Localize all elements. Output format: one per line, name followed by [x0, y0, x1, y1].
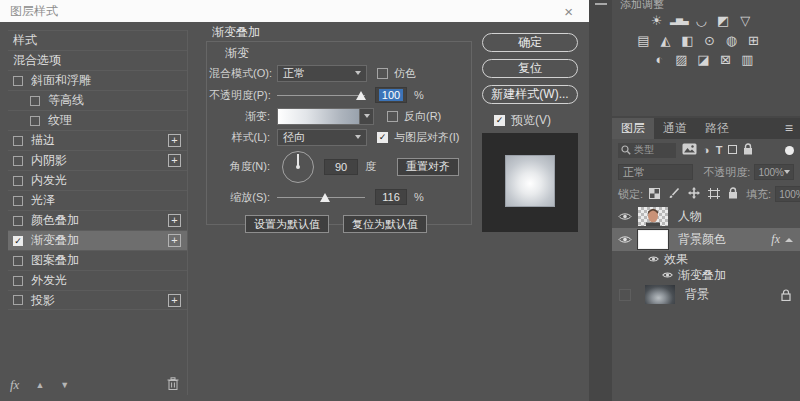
preview-checkbox[interactable]: ✓	[494, 115, 505, 126]
sidebar-item-outer-glow[interactable]: 外发光	[8, 270, 187, 290]
contour-checkbox[interactable]	[30, 96, 40, 106]
angle-dial[interactable]	[282, 151, 314, 183]
threshold-icon[interactable]: ◪	[695, 52, 712, 67]
opacity-input[interactable]: 100	[375, 87, 407, 103]
layer-row-gradient-overlay-effect[interactable]: 渐变叠加	[612, 267, 800, 283]
bevel-emboss-checkbox[interactable]	[13, 76, 23, 86]
sidebar-item-bevel-emboss[interactable]: 斜面和浮雕	[8, 70, 187, 90]
layer-row-effects[interactable]: 效果	[612, 251, 800, 267]
inner-glow-checkbox[interactable]	[13, 176, 23, 186]
ok-button[interactable]: 确定	[482, 33, 578, 52]
layer-thumbnail-person[interactable]	[638, 207, 668, 226]
layer-row-background[interactable]: 背景	[612, 283, 800, 306]
filter-toggle-icon[interactable]	[785, 146, 794, 155]
tab-channels[interactable]: 通道	[654, 118, 696, 139]
panel-menu-icon[interactable]: ≡	[785, 120, 793, 136]
pattern-overlay-checkbox[interactable]	[13, 256, 23, 266]
tab-paths[interactable]: 路径	[696, 118, 738, 139]
move-effect-down-icon[interactable]: ▼	[60, 380, 69, 390]
add-inner-shadow-button[interactable]: +	[168, 154, 181, 167]
new-style-button[interactable]: 新建样式(W)...	[482, 85, 578, 104]
fx-icon[interactable]: fx	[10, 377, 19, 393]
add-gradient-overlay-button[interactable]: +	[168, 234, 181, 247]
sidebar-item-inner-shadow[interactable]: 内阴影 +	[8, 150, 187, 170]
add-stroke-button[interactable]: +	[168, 134, 181, 147]
layer-blend-mode-select[interactable]: 正常	[618, 164, 693, 180]
scale-slider[interactable]	[277, 191, 365, 204]
dither-checkbox[interactable]	[377, 68, 388, 79]
set-default-button[interactable]: 设置为默认值	[245, 215, 329, 233]
reset-default-button[interactable]: 复位为默认值	[343, 215, 427, 233]
lock-paint-icon[interactable]	[668, 185, 680, 203]
delete-effect-icon[interactable]	[167, 376, 179, 394]
layer-row-background-color[interactable]: 背景颜色 fx	[612, 228, 800, 251]
visibility-eye-icon[interactable]	[612, 235, 638, 244]
opacity-slider[interactable]	[277, 89, 365, 102]
sidebar-item-color-overlay[interactable]: 颜色叠加 +	[8, 210, 187, 230]
hue-saturation-icon[interactable]: ▤	[635, 33, 652, 48]
layer-opacity-select[interactable]: 100%	[754, 164, 794, 180]
opacity-slider-thumb[interactable]	[356, 91, 366, 100]
sidebar-item-blending-options[interactable]: 混合选项	[8, 50, 187, 70]
sidebar-item-pattern-overlay[interactable]: 图案叠加	[8, 250, 187, 270]
levels-icon[interactable]: ▂▅▃	[670, 13, 688, 28]
layer-fx-badge[interactable]: fx	[771, 232, 785, 247]
layer-thumbnail-background[interactable]	[645, 285, 675, 304]
color-lookup-icon[interactable]: ⊞	[745, 33, 762, 48]
blend-mode-select[interactable]: 正常	[277, 65, 367, 82]
lock-artboard-icon[interactable]	[708, 185, 720, 203]
sidebar-item-styles[interactable]: 样式	[8, 30, 187, 50]
reset-alignment-button[interactable]: 重置对齐	[397, 158, 459, 176]
drop-shadow-checkbox[interactable]	[13, 295, 23, 305]
reverse-checkbox[interactable]	[387, 111, 398, 122]
vibrance-icon[interactable]: ▽	[737, 13, 754, 28]
close-icon[interactable]: ×	[564, 4, 573, 19]
sidebar-item-satin[interactable]: 光泽	[8, 190, 187, 210]
scale-slider-thumb[interactable]	[320, 193, 330, 202]
color-balance-icon[interactable]: ◭	[657, 33, 674, 48]
sidebar-item-drop-shadow[interactable]: 投影 +	[8, 290, 187, 310]
filter-type-layers-icon[interactable]: T	[716, 144, 723, 157]
lock-transparency-icon[interactable]	[649, 185, 660, 203]
layer-row-person[interactable]: 人物	[612, 205, 800, 228]
align-with-layer-checkbox[interactable]: ✓	[377, 132, 388, 143]
reset-button[interactable]: 复位	[482, 59, 578, 78]
posterize-icon[interactable]: ▨	[673, 52, 690, 67]
effects-eye-icon[interactable]	[648, 255, 659, 263]
channel-mixer-icon[interactable]: ◍	[723, 33, 740, 48]
move-effect-up-icon[interactable]: ▲	[35, 380, 44, 390]
texture-checkbox[interactable]	[30, 116, 40, 126]
brightness-contrast-icon[interactable]: ☀	[648, 13, 665, 28]
sidebar-item-gradient-overlay[interactable]: ✓ 渐变叠加 +	[8, 230, 187, 250]
visibility-empty-box[interactable]	[619, 289, 631, 301]
add-drop-shadow-button[interactable]: +	[168, 294, 181, 307]
tab-layers[interactable]: 图层	[612, 118, 654, 139]
lock-all-icon[interactable]	[728, 185, 738, 203]
add-color-overlay-button[interactable]: +	[168, 214, 181, 227]
selective-color-icon[interactable]: ⊠	[717, 52, 734, 67]
stroke-checkbox[interactable]	[13, 136, 23, 146]
gradient-overlay-checkbox[interactable]: ✓	[13, 236, 23, 246]
layer-thumbnail-background-color[interactable]	[638, 230, 668, 249]
scale-input[interactable]: 116	[375, 189, 407, 205]
filter-shape-layers-icon[interactable]	[728, 144, 737, 157]
style-select[interactable]: 径向	[277, 129, 367, 146]
fill-select[interactable]: 100%	[775, 186, 800, 202]
sidebar-item-texture[interactable]: 纹理	[8, 110, 187, 130]
dialog-titlebar[interactable]: 图层样式 ×	[0, 0, 589, 22]
filter-kind-select[interactable]: 类型	[618, 143, 676, 158]
effect-eye-icon[interactable]	[662, 271, 673, 279]
color-overlay-checkbox[interactable]	[13, 216, 23, 226]
filter-smart-objects-icon[interactable]	[743, 143, 753, 158]
inner-shadow-checkbox[interactable]	[13, 156, 23, 166]
sidebar-item-inner-glow[interactable]: 内发光	[8, 170, 187, 190]
satin-checkbox[interactable]	[13, 196, 23, 206]
sidebar-item-stroke[interactable]: 描边 +	[8, 130, 187, 150]
lock-position-icon[interactable]	[688, 185, 700, 203]
sidebar-item-contour[interactable]: 等高线	[8, 90, 187, 110]
curves-icon[interactable]: ◡	[693, 13, 710, 28]
gradient-picker-button[interactable]	[360, 108, 374, 125]
filter-pixel-layers-icon[interactable]	[682, 143, 697, 158]
invert-icon[interactable]: ◐	[651, 52, 668, 67]
exposure-icon[interactable]: ◩	[715, 13, 732, 28]
